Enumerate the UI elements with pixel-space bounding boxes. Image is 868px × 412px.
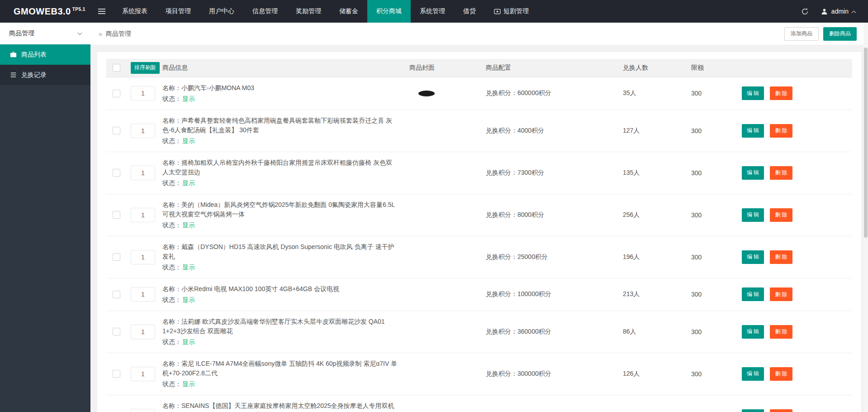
add-product-button[interactable]: 添加商品: [784, 27, 819, 41]
row-checkbox[interactable]: [113, 169, 120, 177]
edit-button[interactable]: 编 辑: [742, 325, 764, 339]
edit-button[interactable]: 编 辑: [742, 287, 764, 301]
logo-badge: TP5.1: [72, 7, 85, 12]
status-toggle[interactable]: 显示: [182, 179, 195, 187]
delete-product-button[interactable]: 删除商品: [823, 27, 857, 41]
row-checkbox[interactable]: [113, 253, 120, 261]
points-value: 兑换积分：25000积分: [486, 253, 548, 260]
delete-button[interactable]: 删 除: [770, 166, 792, 180]
delete-button[interactable]: 删 除: [770, 367, 792, 381]
hamburger-icon[interactable]: [90, 0, 113, 23]
limit-value: 300: [691, 169, 702, 177]
user-menu[interactable]: admin: [816, 8, 868, 15]
table-row: 名称：摇椅加粗双人吊椅室内外秋千藤椅阳台家用摇篮吊床双杆粗藤仿藤椅 灰色双人太空…: [106, 152, 852, 194]
sidebar-item-product-list[interactable]: 商品列表: [0, 44, 90, 65]
nav-item-users[interactable]: 用户中心: [200, 0, 243, 23]
nav-item-points-mall[interactable]: 积分商城: [367, 0, 411, 23]
edit-button[interactable]: 编 辑: [742, 208, 764, 222]
delete-button[interactable]: 删 除: [770, 86, 792, 100]
refresh-icon[interactable]: [794, 0, 816, 23]
limit-value: 300: [691, 90, 702, 97]
main-content: » 商品管理 添加商品 删除商品 排序刷新 商品信息 商品封面 商品配置 兑换人…: [90, 23, 868, 412]
status-toggle[interactable]: 显示: [182, 221, 195, 229]
topbar: GMOWEB3.0 TP5.1 系统报表 项目管理 用户中心 信息管理 奖励管理…: [0, 0, 868, 23]
delete-button[interactable]: 删 除: [770, 409, 792, 412]
table-row: 名称：索尼 ILCE-7M4 A7M4全画幅sony微单 五轴防抖 4K 60p…: [106, 353, 852, 395]
sort-input[interactable]: [131, 250, 155, 264]
redeem-count: 213人: [623, 290, 640, 297]
points-value: 兑换积分：360000积分: [486, 328, 551, 335]
status-toggle[interactable]: 显示: [182, 296, 195, 303]
header-product-cover: 商品封面: [409, 59, 486, 77]
edit-button[interactable]: 编 辑: [742, 124, 764, 138]
nav-item-info[interactable]: 信息管理: [243, 0, 287, 23]
chevron-up-icon: [852, 10, 856, 15]
page-toolbar: 添加商品 删除商品: [784, 27, 857, 41]
redeem-count: 86人: [623, 328, 636, 335]
status-toggle[interactable]: 显示: [182, 95, 195, 102]
sidebar-item-redeem-records[interactable]: 兑换记录: [0, 65, 90, 85]
table-row: 名称：小鹏汽车-小鹏MONA M03 状态：显示 兑换积分：600000积分 3…: [106, 77, 852, 110]
nav-item-savings[interactable]: 储蓄金: [330, 0, 367, 23]
delete-button[interactable]: 删 除: [770, 250, 792, 264]
status-toggle[interactable]: 显示: [182, 137, 195, 144]
points-value: 兑换积分：600000积分: [486, 89, 551, 96]
row-checkbox[interactable]: [113, 211, 120, 219]
nav-item-loans[interactable]: 借贷: [454, 0, 485, 23]
nav-item-system[interactable]: 系统管理: [411, 0, 454, 23]
sort-input[interactable]: [131, 325, 155, 339]
redeem-count: 256人: [623, 211, 640, 218]
limit-value: 300: [691, 291, 702, 298]
scrollbar-thumb[interactable]: [864, 48, 868, 238]
name-label: 名称：: [162, 201, 181, 208]
edit-button[interactable]: 编 辑: [742, 250, 764, 264]
nav-item-projects[interactable]: 项目管理: [157, 0, 200, 23]
delete-button[interactable]: 删 除: [770, 208, 792, 222]
points-value: 兑换积分：7300积分: [486, 169, 544, 176]
sort-input[interactable]: [131, 124, 155, 138]
nav-item-reports[interactable]: 系统报表: [113, 0, 157, 23]
status-toggle[interactable]: 显示: [182, 263, 195, 271]
select-all-checkbox[interactable]: [113, 64, 120, 72]
sort-refresh-button[interactable]: 排序刷新: [131, 62, 160, 74]
sort-input[interactable]: [131, 166, 155, 180]
sort-input[interactable]: [131, 367, 155, 381]
app-logo: GMOWEB3.0 TP5.1: [0, 0, 90, 23]
redeem-count: 126人: [623, 370, 640, 377]
row-checkbox[interactable]: [113, 328, 120, 335]
sort-input[interactable]: [131, 409, 155, 412]
sort-input[interactable]: [131, 208, 155, 222]
status-label: 状态：: [162, 95, 181, 102]
row-checkbox[interactable]: [113, 370, 120, 378]
points-value: 兑换积分：4000积分: [486, 127, 544, 134]
redeem-count: 196人: [623, 253, 640, 260]
row-checkbox[interactable]: [113, 90, 120, 97]
delete-button[interactable]: 删 除: [770, 124, 792, 138]
nav-item-drama[interactable]: 短剧管理: [485, 0, 538, 23]
status-label: 状态：: [162, 338, 181, 345]
product-name: 小鹏汽车-小鹏MONA M03: [181, 84, 254, 91]
page-title: 商品管理: [106, 30, 131, 38]
breadcrumb-arrow-icon: »: [99, 30, 102, 38]
sort-input[interactable]: [131, 86, 155, 101]
row-checkbox[interactable]: [113, 291, 120, 298]
name-label: 名称：: [162, 285, 181, 292]
status-toggle[interactable]: 显示: [182, 380, 195, 388]
product-name: 美的（Midea）新风炎烤空气炸锅2025年新款免翻面 0氟陶瓷家用大容量6.5…: [162, 201, 395, 218]
header-limit: 限额: [691, 59, 742, 77]
edit-button[interactable]: 编 辑: [742, 409, 764, 412]
sort-input[interactable]: [131, 287, 155, 302]
delete-button[interactable]: 删 除: [770, 287, 792, 301]
edit-button[interactable]: 编 辑: [742, 166, 764, 180]
row-checkbox[interactable]: [113, 127, 120, 134]
edit-button[interactable]: 编 辑: [742, 367, 764, 381]
person-icon: [821, 8, 828, 15]
bag-icon: [10, 51, 17, 58]
sidebar-group-products[interactable]: 商品管理: [0, 23, 90, 44]
nav-item-rewards[interactable]: 奖励管理: [287, 0, 330, 23]
edit-button[interactable]: 编 辑: [742, 86, 764, 100]
breadcrumb-bar: » 商品管理 添加商品 删除商品: [90, 23, 868, 45]
status-toggle[interactable]: 显示: [182, 338, 195, 345]
delete-button[interactable]: 删 除: [770, 325, 792, 339]
product-table: 排序刷新 商品信息 商品封面 商品配置 兑换人数 限额 名称：小鹏汽车-小鹏MO…: [106, 59, 852, 412]
